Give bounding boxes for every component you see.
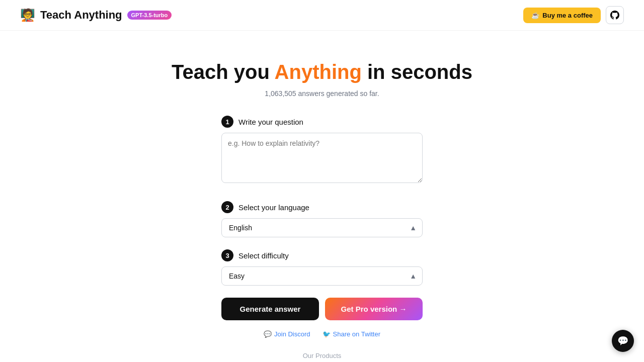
difficulty-select-wrapper: Easy Medium Hard ▲ <box>221 266 423 286</box>
products-section-label: Our Products <box>303 352 342 359</box>
header-right: ☕ Buy me a coffee <box>523 6 624 24</box>
step1-section: 1 Write your question <box>221 116 423 197</box>
step3-number: 3 <box>221 249 233 261</box>
hero-title-highlight: Anything <box>275 61 362 83</box>
social-links: 💬 Join Discord 🐦 Share on Twitter <box>221 330 423 338</box>
get-pro-button[interactable]: Get Pro version → <box>325 298 423 320</box>
step3-text: Select difficulty <box>238 251 289 260</box>
gpt-badge: GPT-3.5-turbo <box>127 11 172 20</box>
action-buttons-row: Generate answer Get Pro version → <box>221 298 423 320</box>
generate-answer-button[interactable]: Generate answer <box>221 298 319 320</box>
chat-bubble-button[interactable]: 💬 <box>612 330 634 352</box>
question-textarea[interactable] <box>221 133 423 183</box>
language-select-wrapper: English Chinese Japanese Spanish French … <box>221 218 423 237</box>
step1-number: 1 <box>221 116 233 128</box>
coffee-emoji: ☕ <box>531 12 539 19</box>
twitter-label: Share on Twitter <box>333 330 380 338</box>
step2-number: 2 <box>221 201 233 213</box>
language-select[interactable]: English Chinese Japanese Spanish French … <box>221 218 423 237</box>
difficulty-select[interactable]: Easy Medium Hard <box>221 266 423 286</box>
step3-section: 3 Select difficulty Easy Medium Hard ▲ <box>221 249 423 286</box>
app-title: Teach Anything <box>40 9 122 22</box>
buy-coffee-button[interactable]: ☕ Buy me a coffee <box>523 8 601 23</box>
main-content: Teach you Anything in seconds 1,063,505 … <box>0 31 644 362</box>
logo-emoji: 🧑‍🏫 <box>20 8 35 22</box>
step1-label-row: 1 Write your question <box>221 116 423 128</box>
github-icon <box>610 11 619 20</box>
hero-subtitle: 1,063,505 answers generated so far. <box>265 89 379 98</box>
twitter-link[interactable]: 🐦 Share on Twitter <box>323 330 380 338</box>
header: 🧑‍🏫 Teach Anything GPT-3.5-turbo ☕ Buy m… <box>0 0 644 31</box>
hero-title-start: Teach you <box>172 61 275 83</box>
step2-section: 2 Select your language English Chinese J… <box>221 201 423 237</box>
discord-link[interactable]: 💬 Join Discord <box>264 330 310 338</box>
step1-text: Write your question <box>238 118 303 126</box>
buy-coffee-label: Buy me a coffee <box>542 12 593 19</box>
header-left: 🧑‍🏫 Teach Anything GPT-3.5-turbo <box>20 8 172 22</box>
form-container: 1 Write your question 2 Select your lang… <box>221 116 423 352</box>
github-button[interactable] <box>606 6 624 24</box>
twitter-icon: 🐦 <box>323 330 331 338</box>
hero-title-end: in seconds <box>362 61 472 83</box>
discord-label: Join Discord <box>274 330 310 338</box>
chat-bubble-icon: 💬 <box>617 335 628 346</box>
step3-label-row: 3 Select difficulty <box>221 249 423 261</box>
hero-title: Teach you Anything in seconds <box>172 61 472 83</box>
step2-text: Select your language <box>238 203 309 212</box>
discord-icon: 💬 <box>264 330 272 338</box>
step2-label-row: 2 Select your language <box>221 201 423 213</box>
